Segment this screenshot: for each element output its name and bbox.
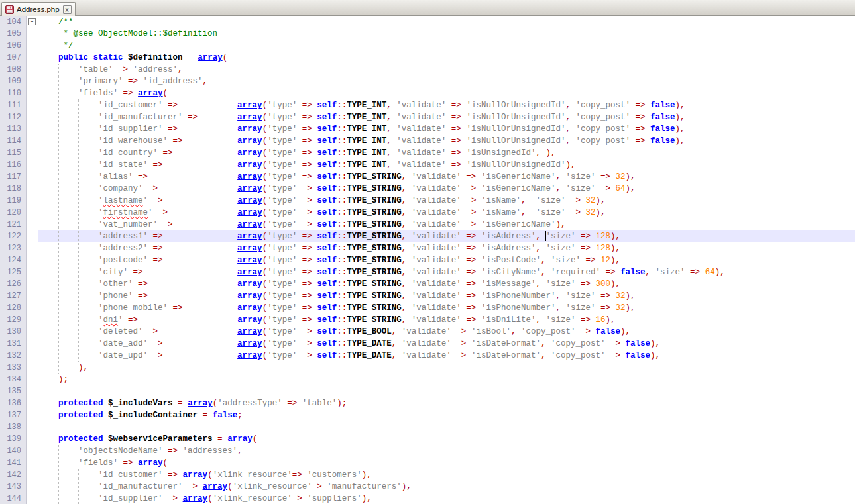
line-number: 128: [0, 302, 21, 314]
line-number: 107: [0, 52, 21, 64]
code-area[interactable]: /** * @see ObjectModel::$definition */ p…: [38, 16, 855, 504]
line-number: 105: [0, 28, 21, 40]
code-line[interactable]: 'postcode' => array('type' => self::TYPE…: [38, 254, 855, 266]
tab-bar: Address.php x: [0, 0, 855, 16]
line-number: 111: [0, 99, 21, 111]
line-number: 129: [0, 314, 21, 326]
line-number: 113: [0, 123, 21, 135]
line-number: 116: [0, 159, 21, 171]
code-line[interactable]: 'id_manufacturer' => array('xlink_resour…: [38, 481, 855, 493]
code-line[interactable]: );: [38, 374, 855, 385]
code-line[interactable]: [38, 385, 855, 397]
code-line[interactable]: 'other' => array('type' => self::TYPE_ST…: [38, 278, 855, 290]
line-number: 118: [0, 183, 21, 195]
line-number: 126: [0, 278, 21, 290]
tab-close-icon[interactable]: x: [63, 5, 72, 14]
code-line[interactable]: * @see ObjectModel::$definition: [38, 28, 855, 40]
line-number: 130: [0, 326, 21, 338]
line-number: 122: [0, 230, 21, 242]
line-number: 132: [0, 350, 21, 362]
line-number: 139: [0, 433, 21, 445]
line-number: 127: [0, 290, 21, 302]
text-caret: [545, 231, 546, 241]
code-line[interactable]: 'deleted' => array('type' => self::TYPE_…: [38, 326, 855, 338]
code-line[interactable]: 'vat_number' => array('type' => self::TY…: [38, 219, 855, 230]
line-number: 143: [0, 481, 21, 493]
line-number: 117: [0, 171, 21, 183]
code-line[interactable]: 'city' => array('type' => self::TYPE_STR…: [38, 266, 855, 278]
line-number: 125: [0, 266, 21, 278]
line-number: 133: [0, 362, 21, 374]
code-line[interactable]: public static $definition = array(: [38, 52, 855, 64]
code-line[interactable]: 'phone' => array('type' => self::TYPE_ST…: [38, 290, 855, 302]
code-line[interactable]: 'date_upd' => array('type' => self::TYPE…: [38, 350, 855, 362]
line-number: 110: [0, 87, 21, 99]
code-editor: 1041051061071081091101111121131141151161…: [0, 16, 855, 504]
tab-address-php[interactable]: Address.php x: [1, 2, 76, 16]
line-number: 136: [0, 397, 21, 409]
code-line[interactable]: 'date_add' => array('type' => self::TYPE…: [38, 338, 855, 350]
code-line[interactable]: protected $_includeContainer = false;: [38, 409, 855, 421]
fold-expanded-icon[interactable]: -: [28, 18, 36, 25]
code-line[interactable]: 'firstname' => array('type' => self::TYP…: [38, 207, 855, 219]
line-number: 106: [0, 40, 21, 52]
line-number: 123: [0, 242, 21, 254]
code-line[interactable]: 'id_country' => array('type' => self::TY…: [38, 147, 855, 159]
code-line[interactable]: 'objectsNodeName' => 'addresses',: [38, 445, 855, 457]
line-number: 138: [0, 421, 21, 433]
code-line[interactable]: [38, 421, 855, 433]
code-line[interactable]: 'fields' => array(: [38, 87, 855, 99]
code-line[interactable]: 'address2' => array('type' => self::TYPE…: [38, 242, 855, 254]
line-number-gutter: 1041051061071081091101111121131141151161…: [0, 16, 27, 504]
code-line[interactable]: 'company' => array('type' => self::TYPE_…: [38, 183, 855, 195]
code-line[interactable]: 'id_state' => array('type' => self::TYPE…: [38, 159, 855, 171]
code-line[interactable]: ),: [38, 362, 855, 374]
line-number: 141: [0, 457, 21, 469]
line-number: 140: [0, 445, 21, 457]
line-number: 134: [0, 374, 21, 385]
code-line[interactable]: /**: [38, 16, 855, 28]
code-line[interactable]: */: [38, 40, 855, 52]
code-line[interactable]: 'phone_mobile' => array('type' => self::…: [38, 302, 855, 314]
line-number: 109: [0, 76, 21, 87]
line-number: 135: [0, 385, 21, 397]
code-line[interactable]: 'id_supplier' => array('xlink_resource'=…: [38, 493, 855, 504]
code-line[interactable]: 'id_customer' => array('xlink_resource'=…: [38, 469, 855, 481]
tab-title: Address.php: [17, 5, 60, 13]
line-number: 112: [0, 111, 21, 123]
line-number: 137: [0, 409, 21, 421]
modified-file-icon: [5, 5, 14, 14]
line-number: 121: [0, 219, 21, 230]
line-number: 119: [0, 195, 21, 207]
code-line[interactable]: 'primary' => 'id_address',: [38, 76, 855, 87]
line-number: 114: [0, 135, 21, 147]
code-line[interactable]: 'id_warehouse' => array('type' => self::…: [38, 135, 855, 147]
code-lines: /** * @see ObjectModel::$definition */ p…: [38, 16, 855, 504]
code-line[interactable]: 'table' => 'address',: [38, 64, 855, 76]
line-number: 120: [0, 207, 21, 219]
code-line[interactable]: 'fields' => array(: [38, 457, 855, 469]
code-line[interactable]: 'id_customer' => array('type' => self::T…: [38, 99, 855, 111]
line-number: 131: [0, 338, 21, 350]
line-number: 104: [0, 16, 21, 28]
line-number: 108: [0, 64, 21, 76]
fold-margin: -: [27, 16, 38, 504]
line-number: 115: [0, 147, 21, 159]
line-number: 124: [0, 254, 21, 266]
code-line[interactable]: 'id_supplier' => array('type' => self::T…: [38, 123, 855, 135]
line-number: 144: [0, 493, 21, 504]
line-number: 142: [0, 469, 21, 481]
code-line[interactable]: 'dni' => array('type' => self::TYPE_STRI…: [38, 314, 855, 326]
code-line[interactable]: 'alias' => array('type' => self::TYPE_ST…: [38, 171, 855, 183]
fold-guide-line: [32, 26, 32, 504]
code-line[interactable]: protected $_includeVars = array('address…: [38, 397, 855, 409]
code-line[interactable]: protected $webserviceParameters = array(: [38, 433, 855, 445]
code-line[interactable]: 'lastname' => array('type' => self::TYPE…: [38, 195, 855, 207]
code-line[interactable]: 'address1' => array('type' => self::TYPE…: [38, 230, 855, 242]
code-line[interactable]: 'id_manufacturer' => array('type' => sel…: [38, 111, 855, 123]
